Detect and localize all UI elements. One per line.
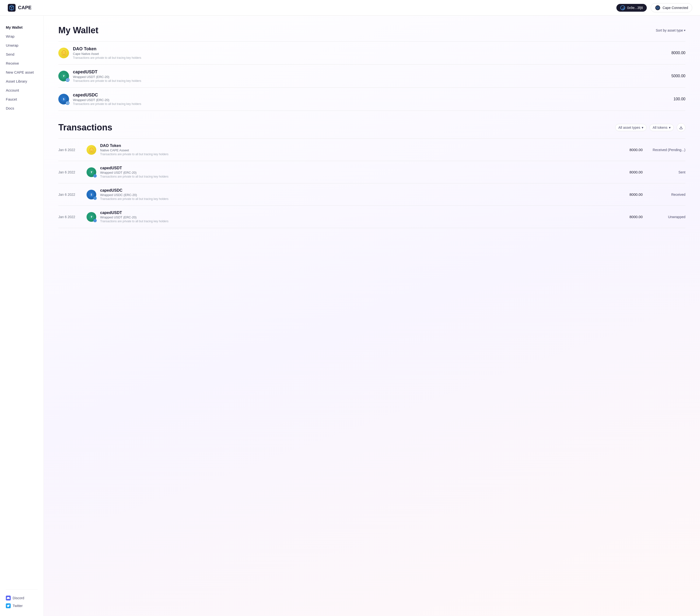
tx-info-3: capedUSDC Wrapped USDC (ERC-20) Transact…	[100, 188, 617, 201]
sidebar-item-faucet[interactable]: Faucet	[6, 95, 38, 103]
dao-token-icon: 🪙	[58, 48, 69, 58]
asset-type-usdc: Wrapped USDT (ERC-20)	[73, 98, 657, 102]
sidebar-item-new-cape-asset[interactable]: New CAPE asset	[6, 68, 38, 76]
sidebar: My Wallet Wrap Unwrap Send Receive New C…	[0, 15, 44, 616]
tx-type-2: Wrapped USDT (ERC-20)	[100, 171, 617, 175]
cape-connected-badge[interactable]: Cape Connected	[651, 3, 692, 12]
cape-mini-icon	[66, 102, 69, 104]
tx-type-4: Wrapped USDT (ERC-20)	[100, 216, 617, 219]
sidebar-item-account[interactable]: Account	[6, 86, 38, 94]
tx-name-4: capedUSDT	[100, 210, 617, 215]
filter-tokens-label: All tokens	[653, 126, 667, 129]
logo[interactable]: CAPE	[8, 4, 32, 12]
asset-row: ₮ capedUSDT Wrapped USDT (ERC-20) Transa…	[58, 65, 685, 88]
twitter-icon	[6, 603, 11, 608]
wallet-section-header: My Wallet Sort by asset type ▾	[58, 25, 685, 36]
sidebar-item-twitter[interactable]: Twitter	[6, 603, 38, 608]
usdc-badge	[66, 101, 70, 105]
sort-label: Sort by asset type	[656, 28, 683, 32]
chevron-down-icon: ▾	[684, 29, 685, 32]
svg-text:₮: ₮	[63, 75, 65, 77]
caped-usdc-icon: $	[58, 94, 69, 104]
tx-name-3: capedUSDC	[100, 188, 617, 193]
app-header: CAPE 0x9e...3fj8 Cape Connected	[0, 0, 700, 15]
sidebar-item-wrap[interactable]: Wrap	[6, 32, 38, 40]
transaction-row: Jan 6 2022 ₮ capedUSDT Wrapped USDT (ERC…	[58, 161, 685, 183]
tx-privacy-4: Transactions are private to all but trac…	[100, 220, 617, 223]
cape-logo-icon	[8, 4, 15, 12]
transaction-row: Jan 6 2022 $ capedUSDC Wrapped USDC (ERC…	[58, 183, 685, 206]
asset-info-dao: DAO Token Cape Native Asset Transactions…	[73, 47, 657, 60]
usdt-badge	[66, 78, 70, 82]
asset-amount-usdt: 5000.00	[661, 74, 685, 78]
transaction-list: Jan 6 2022 🪙 DAO Token Native CAPE Assee…	[58, 139, 685, 228]
usdt-svg-2: ₮	[88, 169, 94, 175]
asset-privacy-usdt: Transactions are private to all but trac…	[73, 79, 657, 82]
chevron-down-icon: ▾	[642, 126, 643, 129]
asset-amount-dao: 8000.00	[661, 51, 685, 55]
transactions-section: Transactions All asset types ▾ All token…	[58, 123, 685, 228]
transaction-row: Jan 6 2022 🪙 DAO Token Native CAPE Assee…	[58, 139, 685, 161]
sort-control[interactable]: Sort by asset type ▾	[656, 28, 685, 32]
discord-label: Discord	[13, 596, 24, 600]
tx-info-2: capedUSDT Wrapped USDT (ERC-20) Transact…	[100, 166, 617, 178]
tx-usdt-icon-2: ₮	[87, 212, 96, 222]
tx-date: Jan 6 2022	[58, 193, 83, 196]
tx-amount-2: 8000.00	[621, 170, 643, 174]
tx-amount-3: 8000.00	[621, 192, 643, 196]
svg-text:$: $	[63, 98, 64, 101]
tx-dao-icon: 🪙	[87, 145, 96, 155]
wallet-address-badge[interactable]: 0x9e...3fj8	[616, 4, 647, 12]
usdc-svg-2: $	[88, 192, 94, 197]
usdt-svg: ₮	[61, 73, 66, 79]
asset-type-dao: Cape Native Asset	[73, 52, 657, 56]
wallet-address-label: 0x9e...3fj8	[627, 6, 643, 10]
caped-usdt-icon: ₮	[58, 71, 69, 81]
sidebar-item-send[interactable]: Send	[6, 50, 38, 58]
tx-usdc-badge	[93, 196, 97, 200]
discord-icon	[6, 595, 11, 601]
asset-row: $ capedUSDC Wrapped USDT (ERC-20) Transa…	[58, 88, 685, 111]
download-icon	[679, 126, 683, 129]
sidebar-footer: Discord Twitter	[6, 590, 38, 608]
cape-mini-icon	[66, 79, 69, 81]
svg-marker-9	[66, 102, 68, 104]
filter-asset-types-label: All asset types	[618, 126, 640, 129]
tx-type-1: Native CAPE Asseet	[100, 149, 617, 152]
sidebar-item-docs[interactable]: Docs	[6, 104, 38, 112]
cape-connected-icon	[655, 5, 661, 11]
filter-asset-types-dropdown[interactable]: All asset types ▾	[615, 124, 647, 131]
sidebar-item-unwrap[interactable]: Unwrap	[6, 41, 38, 49]
tx-privacy-1: Transactions are private to all but trac…	[100, 153, 617, 156]
tx-usdt-badge	[93, 174, 97, 178]
asset-row: 🪙 DAO Token Cape Native Asset Transactio…	[58, 41, 685, 65]
asset-info-usdc: capedUSDC Wrapped USDT (ERC-20) Transact…	[73, 92, 657, 106]
main-content: My Wallet Sort by asset type ▾ 🪙 DAO Tok…	[44, 15, 700, 616]
usdt-svg-3: ₮	[88, 214, 94, 220]
twitter-label: Twitter	[13, 604, 23, 608]
logo-text: CAPE	[18, 5, 32, 11]
tx-status-3: Received	[647, 193, 685, 196]
asset-privacy-dao: Transactions are private to all but trac…	[73, 56, 657, 60]
transactions-title: Transactions	[58, 123, 112, 133]
sidebar-item-my-wallet[interactable]: My Wallet	[6, 23, 38, 31]
tx-amount-1: 8000.00	[621, 148, 643, 152]
svg-text:₮: ₮	[91, 216, 92, 218]
filter-tokens-dropdown[interactable]: All tokens ▾	[649, 124, 674, 131]
asset-info-usdt: capedUSDT Wrapped USDT (ERC-20) Transact…	[73, 69, 657, 82]
transactions-header: Transactions All asset types ▾ All token…	[58, 123, 685, 133]
download-button[interactable]	[677, 123, 685, 132]
cape-connected-label: Cape Connected	[663, 6, 688, 10]
tx-date: Jan 6 2022	[58, 148, 83, 152]
tx-name-1: DAO Token	[100, 143, 617, 148]
tx-usdt-badge-2	[93, 219, 97, 222]
asset-name-usdc: capedUSDC	[73, 92, 657, 98]
tx-info-1: DAO Token Native CAPE Asseet Transaction…	[100, 143, 617, 156]
sidebar-nav: My Wallet Wrap Unwrap Send Receive New C…	[6, 23, 38, 590]
sidebar-item-asset-library[interactable]: Asset Library	[6, 77, 38, 85]
sidebar-item-discord[interactable]: Discord	[6, 595, 38, 601]
tx-name-2: capedUSDT	[100, 166, 617, 170]
svg-marker-6	[66, 79, 68, 81]
tx-usdc-icon: $	[87, 190, 96, 200]
sidebar-item-receive[interactable]: Receive	[6, 59, 38, 67]
